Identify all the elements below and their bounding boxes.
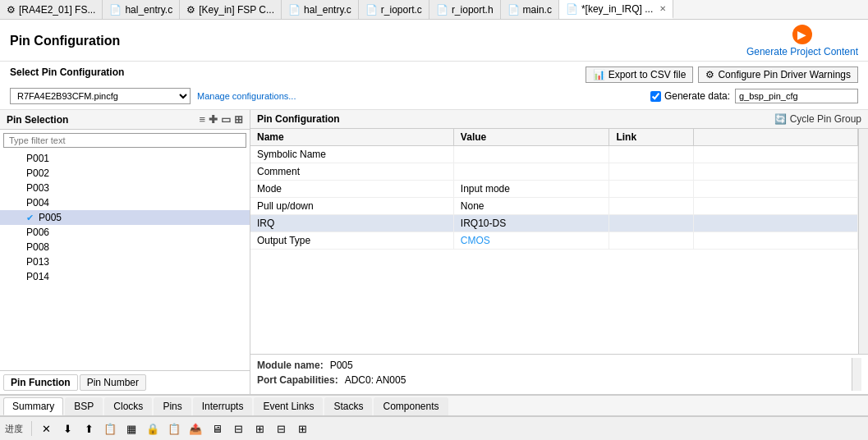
toolbar-restore-button[interactable]: ⊞ bbox=[293, 419, 311, 438]
right-panel: Pin Configuration 🔄 Cycle Pin Group Name… bbox=[250, 110, 868, 394]
tab-bar: ⚙ [RA4E2_01] FS... 📄 hal_entry.c ⚙ [Key_… bbox=[0, 0, 868, 20]
toolbar-minimize-button[interactable]: ⊟ bbox=[229, 419, 247, 438]
pin-config-dropdown[interactable]: R7FA4E2B93CFM.pincfg bbox=[10, 88, 191, 104]
toolbar-up-button[interactable]: ⬆ bbox=[80, 419, 98, 438]
tab-pins[interactable]: Pins bbox=[154, 397, 191, 415]
tab-pin-function[interactable]: Pin Function bbox=[3, 374, 78, 391]
tab-hal-entry2[interactable]: 📄 hal_entry.c bbox=[282, 0, 359, 19]
toolbar-cancel-button[interactable]: ✕ bbox=[37, 419, 55, 438]
generate-data-row: Generate data: bbox=[650, 89, 858, 103]
checkmark-icon: ✔ bbox=[26, 213, 34, 223]
list-icon[interactable]: ≡ bbox=[199, 113, 205, 126]
list-item-p005[interactable]: ✔ P005 bbox=[0, 210, 250, 225]
toolbar-paste-button[interactable]: 📋 bbox=[165, 419, 183, 438]
tab-hal-entry[interactable]: 📄 hal_entry.c bbox=[103, 0, 180, 19]
generate-data-input[interactable] bbox=[735, 89, 858, 103]
cycle-pin-group-button[interactable]: 🔄 Cycle Pin Group bbox=[774, 113, 861, 125]
module-name-row: Module name: P005 bbox=[257, 358, 406, 373]
tab-components[interactable]: Components bbox=[374, 397, 448, 415]
generate-data-checkbox-label[interactable]: Generate data: bbox=[650, 90, 730, 102]
export-csv-button[interactable]: 📊 Export to CSV file bbox=[586, 66, 694, 83]
filter-icon[interactable]: ⊞ bbox=[234, 113, 243, 126]
list-item[interactable]: P006 bbox=[0, 225, 250, 240]
tab-summary[interactable]: Summary bbox=[3, 397, 63, 415]
pin-selection-icons: ≡ ✚ ▭ ⊞ bbox=[199, 113, 243, 126]
manage-configurations-link[interactable]: Manage configurations... bbox=[197, 91, 296, 101]
table-row[interactable]: Pull up/down None bbox=[250, 198, 858, 215]
tab-key-in-fsp[interactable]: ⚙ [Key_in] FSP C... bbox=[180, 0, 282, 19]
col-extra-header bbox=[694, 129, 858, 146]
file-icon-6: 📄 bbox=[566, 3, 578, 15]
warnings-icon: ⚙ bbox=[705, 69, 714, 80]
list-item[interactable]: P001 bbox=[0, 151, 250, 166]
list-item[interactable]: P008 bbox=[0, 240, 250, 254]
progress-label: 进度 bbox=[5, 423, 23, 435]
pin-selection-header: Pin Selection ≡ ✚ ▭ ⊞ bbox=[0, 110, 250, 130]
left-panel: Pin Selection ≡ ✚ ▭ ⊞ P001 P002 P003 P00… bbox=[0, 110, 250, 394]
toolbar-grid-button[interactable]: ▦ bbox=[122, 419, 140, 438]
pin-list: P001 P002 P003 P004 ✔ P005 P006 P008 P01… bbox=[0, 151, 250, 370]
table-row[interactable]: Symbolic Name bbox=[250, 146, 858, 163]
col-value-header: Value bbox=[453, 129, 609, 146]
info-scrollbar[interactable] bbox=[852, 358, 861, 391]
toolbar-down-button[interactable]: ⬇ bbox=[58, 419, 76, 438]
tab-event-links[interactable]: Event Links bbox=[254, 397, 323, 415]
tab-clocks[interactable]: Clocks bbox=[104, 397, 152, 415]
list-item[interactable]: P003 bbox=[0, 181, 250, 195]
list-item[interactable]: P013 bbox=[0, 254, 250, 269]
config-table-wrapper: Name Value Link Symbolic Name bbox=[250, 129, 868, 354]
tab-pin-number[interactable]: Pin Number bbox=[80, 374, 146, 391]
table-row-irq[interactable]: IRQ IRQ10-DS bbox=[250, 215, 858, 232]
page-title: Pin Configuration bbox=[10, 34, 120, 48]
remove-icon[interactable]: ▭ bbox=[221, 113, 231, 126]
toolbar-collapse-button[interactable]: ⊟ bbox=[272, 419, 290, 438]
pin-info-section: Module name: P005 Port Capabilities: ADC… bbox=[250, 354, 868, 394]
port-capabilities-row: Port Capabilities: ADC0: AN005 bbox=[257, 373, 406, 387]
list-item[interactable]: P004 bbox=[0, 195, 250, 210]
pin-bottom-tabs: Pin Function Pin Number bbox=[0, 373, 250, 392]
file-icon-3: 📄 bbox=[365, 4, 378, 16]
tab-r-ioport-h[interactable]: 📄 r_ioport.h bbox=[429, 0, 501, 19]
col-link-header: Link bbox=[609, 129, 694, 146]
tab-r-ioport-c[interactable]: 📄 r_ioport.c bbox=[359, 0, 429, 19]
tab-key-in-irq[interactable]: 📄 *[key_in_IRQ] ... ✕ bbox=[559, 0, 673, 19]
generate-project-button[interactable]: ▶ Generate Project Content bbox=[746, 25, 858, 57]
gear-icon: ⚙ bbox=[7, 4, 16, 16]
generate-data-checkbox[interactable] bbox=[650, 91, 661, 102]
tab-interrupts[interactable]: Interrupts bbox=[193, 397, 253, 415]
tab-stacks[interactable]: Stacks bbox=[324, 397, 372, 415]
csv-icon: 📊 bbox=[593, 69, 605, 80]
generate-icon: ▶ bbox=[792, 25, 812, 44]
gear-icon-2: ⚙ bbox=[186, 4, 195, 16]
close-tab-icon[interactable]: ✕ bbox=[659, 4, 666, 13]
configure-warnings-button[interactable]: ⚙ Configure Pin Driver Warnings bbox=[698, 66, 858, 83]
file-icon-2: 📄 bbox=[288, 4, 301, 16]
toolbar-expand-button[interactable]: ⊞ bbox=[250, 419, 269, 438]
toolbar-lock-button[interactable]: 🔒 bbox=[144, 419, 162, 438]
pin-filter-input[interactable] bbox=[3, 133, 246, 148]
list-item[interactable]: P002 bbox=[0, 166, 250, 181]
pin-config-table: Name Value Link Symbolic Name bbox=[250, 129, 858, 250]
file-icon-4: 📄 bbox=[436, 4, 448, 16]
list-item[interactable]: P014 bbox=[0, 269, 250, 284]
left-panel-bottom: Pin Function Pin Number bbox=[0, 370, 250, 394]
toolbar-copy-button[interactable]: 📋 bbox=[101, 419, 119, 438]
table-row[interactable]: Comment bbox=[250, 163, 858, 181]
scrollbar[interactable] bbox=[858, 129, 868, 354]
file-icon: 📄 bbox=[109, 4, 122, 16]
tab-bsp[interactable]: BSP bbox=[65, 397, 103, 415]
add-icon[interactable]: ✚ bbox=[209, 113, 218, 126]
col-name-header: Name bbox=[250, 129, 453, 146]
pin-config-header: Pin Configuration 🔄 Cycle Pin Group bbox=[250, 110, 868, 129]
cycle-icon: 🔄 bbox=[774, 113, 787, 125]
bottom-tab-row: Summary BSP Clocks Pins Interrupts Event… bbox=[0, 396, 868, 416]
page-title-bar: Pin Configuration ▶ Generate Project Con… bbox=[0, 20, 868, 62]
toolbar-export-button[interactable]: 📤 bbox=[186, 419, 204, 438]
main-content: Pin Configuration ▶ Generate Project Con… bbox=[0, 20, 868, 440]
table-row[interactable]: Output Type CMOS bbox=[250, 232, 858, 250]
tab-main-c[interactable]: 📄 main.c bbox=[501, 0, 559, 19]
panels-area: Pin Selection ≡ ✚ ▭ ⊞ P001 P002 P003 P00… bbox=[0, 110, 868, 394]
table-row[interactable]: Mode Input mode bbox=[250, 181, 858, 198]
tab-fs[interactable]: ⚙ [RA4E2_01] FS... bbox=[0, 0, 103, 19]
toolbar-monitor-button[interactable]: 🖥 bbox=[208, 419, 226, 438]
